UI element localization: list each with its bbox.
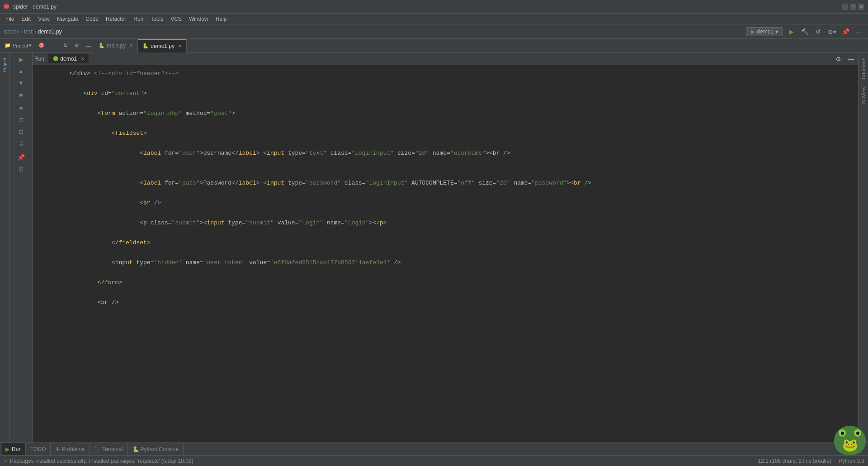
cursor-position[interactable]: 12:1 (106 chars, 2 line breaks) (758, 458, 831, 464)
bottom-tab-python-console[interactable]: 🐍 Python Console (128, 443, 184, 456)
code-line: </form> (33, 278, 858, 288)
run-rerun-button[interactable]: ≡ (16, 103, 26, 113)
run-minimize-icon[interactable]: — (845, 53, 856, 64)
python-version[interactable]: Python 3.9 (839, 458, 864, 464)
breadcrumb: spider › test › demo1.py (4, 29, 62, 35)
menu-code[interactable]: Code (82, 15, 102, 23)
code-line (33, 168, 858, 178)
more-run-button[interactable]: ⊕▾ (826, 26, 837, 37)
run-label: Run: (34, 56, 46, 62)
spyder-mascot: 🐸 (832, 419, 868, 455)
title-bar-controls[interactable]: — □ ✕ (842, 4, 864, 10)
run-controls-panel: ▶ ▲ ▼ ■ ≡ ☰ ⊡ 🖨 📌 🗑 (10, 52, 33, 442)
tab-label-active: demo1.py (151, 43, 175, 49)
status-bar-left: ✓ Packages installed successfully: Insta… (4, 458, 193, 464)
locate-icon[interactable]: 🎯 (36, 40, 47, 51)
run-settings-icon[interactable]: ⚙ (833, 53, 844, 64)
run-stop-button[interactable]: ■ (16, 90, 26, 100)
code-line: <form action="login.php" method="post"> (33, 109, 858, 119)
bottom-tab-problems[interactable]: ⚠ Problems (51, 443, 90, 456)
run-down-button[interactable]: ▼ (16, 78, 26, 88)
tab-close-button[interactable]: ✕ (129, 43, 133, 48)
code-line (33, 228, 858, 238)
run-delete-button[interactable]: 🗑 (16, 164, 26, 174)
editor-with-run: ▶ ▲ ▼ ■ ≡ ☰ ⊡ 🖨 📌 🗑 Run: 🟢 demo1 ✕ ⚙ (10, 52, 858, 442)
editor-container: Run: 🟢 demo1 ✕ ⚙ — </div> <!--<div id="h… (33, 52, 858, 442)
minimize-button[interactable]: — (842, 4, 848, 10)
code-line (33, 158, 858, 168)
menu-vcs[interactable]: VCS (167, 15, 185, 23)
menu-bar: File Edit View Navigate Code Refactor Ru… (0, 14, 868, 24)
status-message: Packages installed successfully: Install… (10, 458, 193, 464)
frog-mouth: 🐸 (842, 437, 858, 452)
expand-icon[interactable]: ⇅ (60, 40, 71, 51)
maximize-button[interactable]: □ (850, 4, 856, 10)
tab-close-active-button[interactable]: ✕ (178, 43, 182, 48)
build-button[interactable]: 🔨 (799, 26, 810, 37)
minimize-panel-button[interactable]: — (854, 26, 864, 37)
code-line: <label for="pass">Password</label> <inpu… (33, 178, 858, 188)
menu-window[interactable]: Window (185, 15, 212, 23)
breadcrumb-project[interactable]: spider (4, 29, 19, 35)
run-tab-text: Run (12, 446, 22, 452)
code-line (33, 308, 858, 318)
breadcrumb-file[interactable]: demo1.py (38, 29, 62, 35)
status-icon: ✓ (4, 458, 8, 464)
pin-button[interactable]: 📌 (840, 26, 851, 37)
menu-view[interactable]: View (34, 15, 53, 23)
status-bar: ✓ Packages installed successfully: Insta… (0, 455, 868, 466)
database-sidebar-tab[interactable]: Database (859, 54, 868, 83)
run-button[interactable]: ▶ (786, 26, 797, 37)
code-line (33, 288, 858, 298)
run-config-chevron: ▾ (775, 29, 778, 35)
code-line: </div> <!--<div id="header">--> (33, 69, 858, 79)
code-line: <label for="user">Username</label> <inpu… (33, 148, 858, 158)
run-scroll-button[interactable]: ⊡ (16, 127, 26, 137)
code-line: <div id="content"> (33, 89, 858, 99)
menu-tools[interactable]: Tools (147, 15, 167, 23)
run-tab-dot: ▶ (5, 446, 9, 452)
breadcrumb-folder[interactable]: test (24, 29, 33, 35)
tab-demo1-py[interactable]: 🐍 demo1.py ✕ (138, 39, 187, 52)
run-config-button[interactable]: ▶ demo1 ▾ (746, 27, 783, 36)
bottom-tab-terminal[interactable]: ⬛ Terminal (90, 443, 127, 456)
run-tab-label: demo1 (60, 56, 77, 62)
tab-main-py[interactable]: 🐍 main.py ✕ (94, 39, 138, 52)
code-editor[interactable]: </div> <!--<div id="header">--> <div id=… (33, 65, 858, 442)
settings-icon[interactable]: ⚙ (71, 40, 82, 51)
menu-file[interactable]: File (2, 15, 18, 23)
run-pin-button[interactable]: 📌 (16, 152, 26, 162)
window-title: spider - demo1.py (13, 4, 57, 10)
menu-help[interactable]: Help (212, 15, 231, 23)
run-up-button[interactable]: ▲ (16, 66, 26, 76)
left-tool-sidebar: Project (0, 52, 10, 442)
sciview-sidebar-tab[interactable]: SciView (859, 83, 868, 108)
run-play-button[interactable]: ▶ (16, 54, 26, 64)
close-panel-icon[interactable]: — (83, 40, 94, 51)
menu-navigate[interactable]: Navigate (53, 15, 82, 23)
code-line: <br /> (33, 298, 858, 308)
run-list-button[interactable]: ☰ (16, 115, 26, 125)
sidebar-project-tab[interactable]: Project (1, 55, 8, 75)
tab-file-icon: 🐍 (99, 43, 105, 48)
run-tab-demo1[interactable]: 🟢 demo1 ✕ (48, 54, 89, 63)
close-button[interactable]: ✕ (858, 4, 864, 10)
python-icon: 🐍 (132, 446, 139, 452)
code-line (33, 138, 858, 148)
collapse-icon[interactable]: ≡ (48, 40, 59, 51)
code-line: <br /> (33, 198, 858, 208)
right-sidebar: Database SciView (858, 52, 868, 442)
code-line (33, 79, 858, 89)
code-line (33, 188, 858, 198)
rerun-button[interactable]: ↺ (813, 26, 824, 37)
code-line (33, 99, 858, 109)
project-view-btn[interactable]: 📁 Project ▾ (2, 42, 34, 49)
frog-body: 🐸 (834, 426, 866, 455)
menu-run[interactable]: Run (130, 15, 147, 23)
menu-refactor[interactable]: Refactor (102, 15, 130, 23)
bottom-tab-run[interactable]: ▶ Run (2, 443, 26, 456)
menu-edit[interactable]: Edit (18, 15, 34, 23)
bottom-tab-todo[interactable]: TODO (26, 443, 51, 456)
run-tab-close[interactable]: ✕ (80, 56, 84, 61)
run-print-button[interactable]: 🖨 (16, 138, 26, 148)
